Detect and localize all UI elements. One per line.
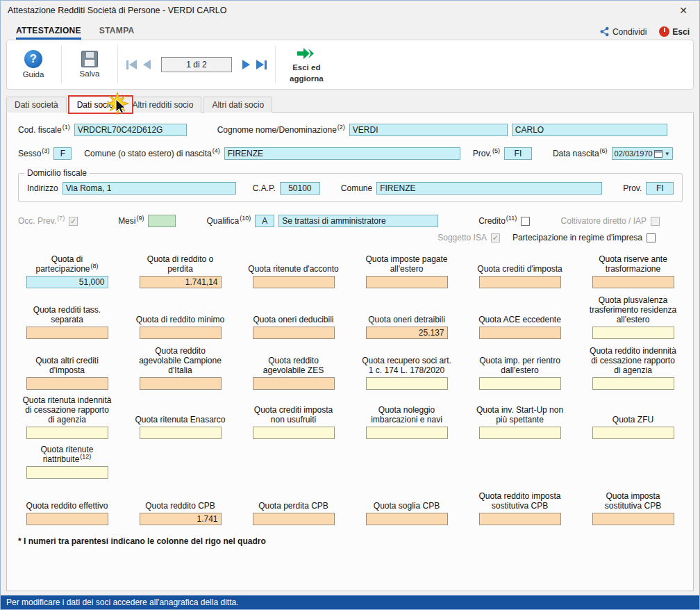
cognome-input[interactable]: VERDI <box>349 124 508 136</box>
quota-ritenute-riattribuite-input[interactable] <box>26 466 108 479</box>
toolbar-separator <box>275 46 276 83</box>
quota-reddito-effettivo-input[interactable] <box>26 513 108 525</box>
mesi-label: Mesi(9) <box>118 216 144 226</box>
record-counter: 1 di 2 <box>161 57 232 72</box>
quota-imp-rientro-estero-input[interactable] <box>479 377 561 390</box>
quota-crediti-imposta-non-usufruiti-input[interactable] <box>253 427 335 439</box>
quota-oneri-detraibili-input[interactable]: 25.137 <box>366 327 448 339</box>
quota-reddito-cpb-label: Quota reddito CPB <box>145 501 215 511</box>
data-nascita-input[interactable]: 02/03/1970 ▼ <box>612 147 673 160</box>
comune-input[interactable]: FIRENZE <box>376 182 602 195</box>
quota-plusvalenza-trasferimento-cell: Quota plusvalenza trasferimento residenz… <box>581 293 685 339</box>
menubar: ATTESTAZIONE STAMPA Condividi Esci <box>1 20 699 40</box>
statusbar-message: Per modificare i dati dei soci accedere … <box>6 597 238 607</box>
row-domicilio: Indirizzo Via Roma, 1 C.A.P. 50100 Comun… <box>19 179 682 195</box>
condividi-button[interactable]: Condividi <box>599 26 647 37</box>
cod-fiscale-input[interactable]: VRDCRL70C42D612G <box>74 124 187 136</box>
tab-dati-socio[interactable]: Dati socio <box>69 97 122 113</box>
quota-imposte-estero-input[interactable] <box>366 276 448 288</box>
quota-grid: Quota di partecipazione(8) 51,000 Quota … <box>7 252 693 525</box>
quota-redditi-tass-separata-cell: Quota redditi tass. separata <box>15 293 119 339</box>
quota-imposta-sostitutiva-cpb-label: Quota imposta sostitutiva CPB <box>588 491 679 511</box>
statusbar: Per modificare i dati dei soci accedere … <box>1 595 699 609</box>
quota-reddito-campione-italia-input[interactable] <box>140 377 222 390</box>
quota-reddito-campione-italia-cell: Quota reddito agevolabile Campione d'Ita… <box>128 344 232 390</box>
sesso-input[interactable]: F <box>53 147 72 160</box>
tab-dati-societa[interactable]: Dati società <box>6 97 67 113</box>
quota-oneri-deducibili-input[interactable] <box>253 327 335 339</box>
quota-imposta-sostitutiva-cpb-input[interactable] <box>592 513 674 525</box>
quota-reddito-minimo-input[interactable] <box>140 327 222 339</box>
quota-noleggio-imbarcazioni-input[interactable] <box>366 427 448 439</box>
credito-checkbox[interactable] <box>521 217 530 226</box>
quota-redditi-tass-separata-label: Quota redditi tass. separata <box>22 305 113 324</box>
quota-recupero-soci-input[interactable] <box>366 377 448 390</box>
close-icon[interactable]: ✕ <box>670 2 697 19</box>
first-record-button[interactable] <box>126 60 137 69</box>
quota-oneri-detraibili-label: Quota oneri detraibili <box>368 315 445 324</box>
content-panel: Cod. fiscale(1) VRDCRL70C42D612G Cognome… <box>6 112 694 591</box>
quota-ritenuta-enasarco-input[interactable] <box>140 427 222 439</box>
credito-label: Credito(11) <box>478 216 517 226</box>
quota-redditi-tass-separata-input[interactable] <box>26 327 108 339</box>
esci-ed-aggiorna-button[interactable]: Esci ed aggiorna <box>284 43 329 85</box>
calendar-icon <box>654 150 662 158</box>
cap-input[interactable]: 50100 <box>280 182 320 195</box>
toolbar-separator <box>117 46 118 83</box>
qualifica-code-input[interactable]: A <box>255 215 274 227</box>
row-anagrafica-2: Sesso(3) F Comune (o stato estero) di na… <box>7 147 693 160</box>
save-icon <box>81 51 98 67</box>
indirizzo-input[interactable]: Via Roma, 1 <box>62 182 236 195</box>
menu-tab-stampa[interactable]: STAMPA <box>99 26 135 40</box>
quota-reddito-imposta-sostitutiva-cpb-input[interactable] <box>479 513 561 525</box>
qualifica-descrizione-input[interactable]: Se trattasi di amministratore <box>278 215 438 227</box>
quota-row-5: Quota ritenute riattribuite(12) <box>7 444 693 479</box>
quota-partecipazione-input[interactable]: 51,000 <box>26 276 108 288</box>
quota-ace-eccedente-input[interactable] <box>479 327 561 339</box>
mesi-input[interactable] <box>148 215 176 227</box>
quota-crediti-imposta-non-usufruiti-label: Quota crediti imposta non usufruiti <box>248 405 340 424</box>
quota-oneri-deducibili-label: Quota oneri deducibili <box>253 315 333 324</box>
quota-partecipazione-label: Quota di partecipazione(8) <box>22 254 113 274</box>
quota-zfu-input[interactable] <box>592 427 674 439</box>
quota-reddito-cpb-input[interactable]: 1.741 <box>140 513 222 525</box>
quota-reddito-zes-input[interactable] <box>253 377 335 390</box>
row-opzioni-2: Soggetto ISA ✓ Partecipazione in regime … <box>7 233 693 242</box>
partecipazione-regime-checkbox[interactable] <box>647 233 656 242</box>
tab-altri-dati-socio[interactable]: Altri dati socio <box>203 97 272 113</box>
quota-ritenuta-enasarco-cell: Quota ritenuta Enasarco <box>128 395 232 439</box>
quota-riserve-ante-trasformazione-input[interactable] <box>592 276 674 288</box>
quota-imp-rientro-estero-label: Quota imp. per rientro dall'estero <box>474 356 566 375</box>
quota-ritenute-acconto-input[interactable] <box>253 276 335 288</box>
prov-input[interactable]: FI <box>646 182 674 195</box>
quota-inv-startup-input[interactable] <box>479 427 561 439</box>
prov-nascita-input[interactable]: FI <box>504 147 532 160</box>
quota-soglia-cpb-input[interactable] <box>366 513 448 525</box>
sesso-label: Sesso(3) <box>18 149 49 158</box>
quota-crediti-imposta-label: Quota crediti d'imposta <box>477 264 562 274</box>
tab-altri-redditi-socio[interactable]: Altri redditi socio <box>124 97 201 113</box>
toolbar: ? Guida Salva 1 di 2 Esci ed aggiorna <box>6 40 694 90</box>
quota-reddito-zes-cell: Quota reddito agevolabile ZES <box>242 344 345 390</box>
next-record-button[interactable] <box>242 60 250 69</box>
comune-nascita-input[interactable]: FIRENZE <box>224 147 460 160</box>
quota-oneri-deducibili-cell: Quota oneri deducibili <box>242 293 345 339</box>
quota-reddito-perdita-input[interactable]: 1.741,14 <box>140 276 222 288</box>
nome-input[interactable]: CARLO <box>512 124 667 136</box>
menu-tab-attestazione[interactable]: ATTESTAZIONE <box>16 26 81 40</box>
quota-altri-crediti-imposta-input[interactable] <box>26 377 108 390</box>
quota-plusvalenza-trasferimento-input[interactable] <box>592 327 674 339</box>
date-dropdown-icon[interactable]: ▼ <box>665 151 670 157</box>
comune-label: Comune <box>341 183 372 193</box>
quota-ace-eccedente-label: Quota ACE eccedente <box>478 315 561 324</box>
last-record-button[interactable] <box>256 60 267 69</box>
guida-button[interactable]: ? Guida <box>14 47 53 82</box>
salva-button[interactable]: Salva <box>70 48 109 81</box>
quota-reddito-indennita-cessazione-input[interactable] <box>592 377 674 390</box>
esci-button[interactable]: Esci <box>659 26 690 37</box>
quota-perdita-cpb-input[interactable] <box>253 513 335 525</box>
previous-record-button[interactable] <box>143 60 151 69</box>
quota-ritenuta-indennita-cessazione-input[interactable] <box>26 427 108 439</box>
quota-reddito-indennita-cessazione-cell: Quota reddito indennità di cessazione ra… <box>581 344 685 390</box>
quota-crediti-imposta-input[interactable] <box>479 276 561 288</box>
